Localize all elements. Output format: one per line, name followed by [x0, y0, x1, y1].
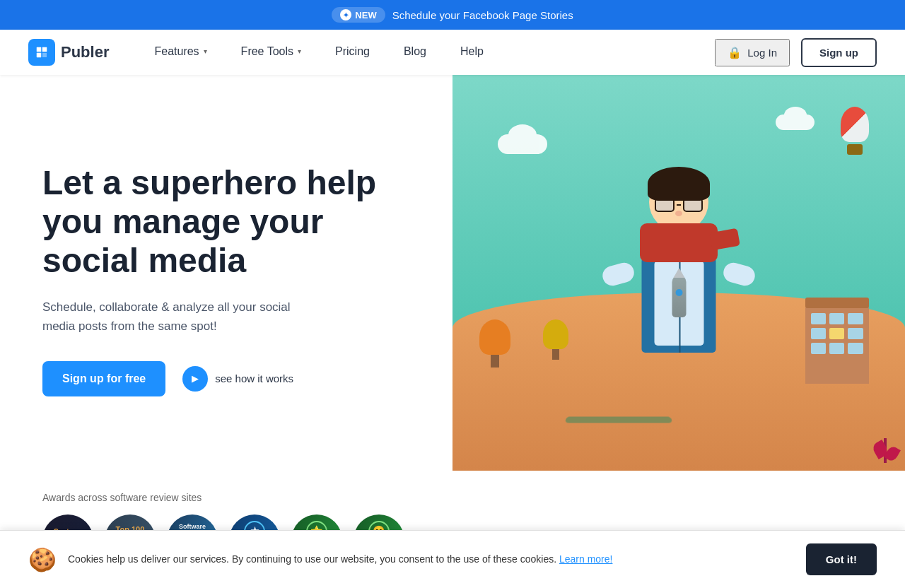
- nav-blog[interactable]: Blog: [387, 30, 443, 75]
- window: [848, 343, 863, 354]
- nav-free-tools-label: Free Tools: [241, 45, 293, 58]
- hero-illustration: [452, 75, 905, 471]
- cloud-1: [498, 134, 547, 154]
- char-hair: [648, 167, 710, 201]
- nav-actions: 🔒 Log In Sign up: [715, 38, 877, 67]
- window: [811, 328, 826, 339]
- char-arm-right: [721, 261, 757, 288]
- cookie-banner: 🍪 Cookies help us deliver our services. …: [0, 530, 905, 588]
- nav-help-label: Help: [460, 45, 484, 58]
- road-path: [565, 416, 672, 423]
- hero-cta: Sign up for free ▶ see how it works: [42, 361, 410, 396]
- building: [805, 306, 869, 384]
- char-scarf-tail: [709, 228, 740, 251]
- cookie-icon: 🍪: [28, 546, 57, 573]
- rocket-window: [675, 289, 682, 296]
- top-banner: ✦ NEW Schedule your Facebook Page Storie…: [0, 0, 905, 30]
- banner-message: Schedule your Facebook Page Stories: [392, 9, 573, 21]
- logo-text: Publer: [61, 43, 109, 61]
- window: [848, 328, 863, 339]
- navbar: Publer Features ▾ Free Tools ▾ Pricing B…: [0, 30, 905, 75]
- signup-free-button[interactable]: Sign up for free: [42, 361, 165, 396]
- balloon-basket: [847, 144, 863, 155]
- chevron-down-icon: ▾: [298, 47, 301, 55]
- login-label: Log In: [747, 47, 777, 59]
- window: [811, 313, 826, 324]
- logo-icon: [28, 39, 55, 66]
- awards-label: Awards across software review sites: [42, 492, 863, 503]
- glass-bridge: [677, 204, 681, 206]
- new-icon: ✦: [340, 9, 351, 20]
- tree-trunk-2: [552, 349, 559, 360]
- hero-illustration-area: [452, 75, 905, 471]
- nav-features-label: Features: [154, 45, 199, 58]
- character: [601, 165, 757, 392]
- plant-stem: [884, 438, 887, 463]
- balloon-body: [841, 107, 869, 142]
- new-badge: ✦ NEW: [332, 7, 385, 23]
- hero-subtitle: Schedule, collaborate & analyze all your…: [42, 298, 311, 336]
- login-button[interactable]: 🔒 Log In: [715, 39, 790, 66]
- window: [811, 343, 826, 354]
- tree-top-1: [479, 319, 510, 355]
- tree-trunk-1: [491, 355, 499, 368]
- hero-title: Let a superhero help you manage your soc…: [42, 163, 410, 281]
- nav-pricing[interactable]: Pricing: [318, 30, 387, 75]
- tree-top-2: [543, 319, 568, 349]
- hero-section: Let a superhero help you manage your soc…: [0, 75, 905, 471]
- nav-help[interactable]: Help: [443, 30, 501, 75]
- how-it-works-label: see how it works: [215, 372, 293, 384]
- char-body: [642, 254, 716, 353]
- window: [848, 313, 863, 324]
- nav-pricing-label: Pricing: [335, 45, 370, 58]
- char-arm-left: [600, 261, 636, 288]
- char-scarf: [640, 223, 718, 262]
- signup-button[interactable]: Sign up: [801, 38, 877, 67]
- cloud-2: [776, 114, 814, 130]
- chevron-down-icon: ▾: [204, 47, 207, 55]
- logo[interactable]: Publer: [28, 39, 109, 66]
- lock-icon: 🔒: [728, 46, 742, 59]
- nav-free-tools[interactable]: Free Tools ▾: [224, 30, 318, 75]
- nav-links: Features ▾ Free Tools ▾ Pricing Blog Hel…: [137, 30, 715, 75]
- nav-blog-label: Blog: [404, 45, 426, 58]
- building-roof: [805, 298, 869, 308]
- window: [829, 313, 844, 324]
- got-it-button[interactable]: Got it!: [806, 543, 877, 575]
- window: [829, 328, 844, 339]
- tree-1: [479, 319, 510, 368]
- cookie-text: Cookies help us deliver our services. By…: [68, 552, 795, 567]
- new-label: NEW: [355, 10, 376, 20]
- decorative-plant: [884, 438, 887, 463]
- hot-air-balloon: [841, 107, 869, 155]
- char-nose: [675, 211, 682, 216]
- play-icon: ▶: [182, 366, 208, 392]
- building-windows: [805, 306, 869, 361]
- how-it-works-button[interactable]: ▶ see how it works: [182, 366, 293, 392]
- char-rocket: [672, 275, 686, 317]
- nav-features[interactable]: Features ▾: [137, 30, 223, 75]
- rocket-tip: [673, 268, 684, 278]
- window: [829, 343, 844, 354]
- learn-more-link[interactable]: Learn more!: [559, 553, 612, 565]
- tree-2: [543, 319, 568, 360]
- hero-left: Let a superhero help you manage your soc…: [0, 75, 452, 471]
